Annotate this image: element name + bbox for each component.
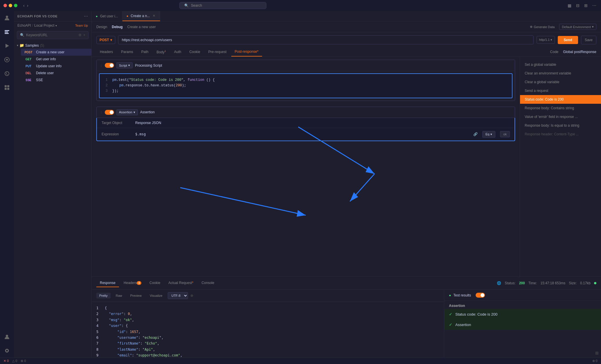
more-icon[interactable]: ⋯ (591, 3, 598, 8)
close-button[interactable] (3, 4, 7, 7)
suggestion-clear-env[interactable]: Clear an environment variable (520, 69, 601, 78)
version-chevron-icon: ▾ (551, 38, 552, 41)
activity-user[interactable] (2, 332, 12, 341)
suggestion-send-request[interactable]: Send a request (520, 86, 601, 95)
grid-icon[interactable]: ▦ (566, 3, 573, 8)
assertion-toggle[interactable] (105, 110, 114, 115)
encoding-select[interactable]: UTF-8 (168, 292, 188, 299)
back-arrow[interactable]: ‹ (23, 3, 25, 8)
activity-api[interactable] (2, 27, 12, 37)
tab-cookie[interactable]: Cookie (186, 48, 203, 56)
panel-icon[interactable]: ⊞ (583, 3, 589, 8)
suggestion-body-equal[interactable]: Response body: Is equal to a string (520, 121, 601, 130)
resp-tab-response[interactable]: Response (96, 279, 119, 287)
environment-button[interactable]: Default Environment ▾ (559, 24, 596, 30)
code-link[interactable]: Code (550, 50, 559, 54)
status-code: 200 (519, 281, 525, 285)
expression-icon[interactable]: 🔗 (473, 132, 478, 136)
tabs-bar: ● Get user i... ● Create a n... ✕ (92, 11, 601, 21)
assertion-type-btn[interactable]: Assertion ▾ (116, 109, 138, 115)
layout-icon[interactable]: ⊟ (575, 3, 581, 8)
tab-headers[interactable]: Headers (96, 48, 116, 56)
activity-mock[interactable] (2, 55, 12, 64)
tab-post-response[interactable]: Post-response* (231, 47, 262, 57)
filter-icon[interactable]: ⚙ (78, 33, 82, 37)
test-results-toggle[interactable] (476, 293, 485, 298)
code-line-2: 2 pm.response.to.have.status(200); (103, 83, 508, 88)
activity-gear[interactable] (2, 346, 12, 355)
script-type-btn[interactable]: Script ▾ (116, 62, 133, 68)
top-debug[interactable]: Debug (112, 25, 122, 29)
api-item-del[interactable]: DEL Delete user (21, 70, 91, 77)
suggestion-body-contains[interactable]: Response body: Contains string (520, 104, 601, 112)
eq-chevron-icon: ▾ (490, 132, 492, 136)
script-toggle[interactable] (105, 63, 114, 68)
sidebar-more-icon[interactable]: ⋯ (84, 14, 88, 19)
breadcrumb-echoapi[interactable]: EchoAPI (17, 23, 31, 28)
url-input[interactable] (118, 35, 534, 44)
api-item-put[interactable]: PUT Update user info (21, 63, 91, 70)
resize-handle-assertion[interactable]: ⋮ (100, 111, 102, 114)
chevron-down-icon[interactable]: ▾ (55, 24, 57, 27)
search-input[interactable] (26, 33, 77, 37)
suggestion-status-200[interactable]: Status code: Code is 200 (520, 95, 601, 104)
activity-history[interactable] (2, 69, 12, 78)
team-up-btn[interactable]: Team Up (75, 24, 88, 27)
format-raw[interactable]: Raw (113, 293, 125, 299)
tab-path[interactable]: Path (138, 48, 152, 56)
send-button[interactable]: Send (558, 36, 578, 44)
tab-close-icon[interactable]: ✕ (152, 13, 156, 18)
resp-tab-actual-request[interactable]: Actual Request* (165, 279, 197, 287)
breadcrumb-local-project[interactable]: Local Project (34, 23, 54, 28)
tab-auth[interactable]: Auth (171, 48, 185, 56)
format-visualize[interactable]: Visualize (147, 293, 165, 299)
suggestion-clear-global[interactable]: Clear a global variable (520, 78, 601, 86)
eq-selector[interactable]: Eq ▾ (482, 131, 495, 138)
suggestion-errstr-field[interactable]: Value of 'errstr' field in response ... (520, 112, 601, 121)
activity-home[interactable] (2, 13, 12, 23)
maximize-button[interactable] (14, 4, 17, 7)
generate-data-button[interactable]: ⊕ Generate Data (530, 25, 555, 29)
tab-create-user[interactable]: ● Create a n... ✕ (122, 11, 160, 21)
ok-button[interactable]: ok (500, 131, 510, 137)
tab-pre-request[interactable]: Pre-request (205, 48, 230, 56)
code-editor[interactable]: 1 pm.test("Status code: Code is 200", fu… (99, 73, 512, 98)
global-post-response-link[interactable]: Global postResponse (563, 50, 596, 54)
suggestion-header-content-type[interactable]: Response header: Content-Type ... (520, 130, 601, 139)
test-result-assertion: ✓ Assertion (444, 319, 601, 330)
line-num-3: 3 (103, 88, 108, 94)
tab-params[interactable]: Params (118, 48, 136, 56)
search-icon: 🔍 (184, 3, 189, 8)
search-bar[interactable]: 🔍 Search (179, 2, 266, 9)
add-icon[interactable]: + (83, 33, 85, 37)
activity-run[interactable] (2, 41, 12, 50)
save-button[interactable]: Save (581, 36, 596, 44)
env-chevron-icon: ▾ (592, 25, 594, 29)
activity-settings-plugin[interactable] (2, 83, 12, 92)
svg-point-11 (6, 335, 8, 337)
api-item-sse[interactable]: SSE SSE (21, 77, 91, 83)
top-design[interactable]: Design (96, 25, 107, 29)
resp-tab-console[interactable]: Console (198, 279, 218, 287)
assertion-section-title-text: Assertion (140, 110, 155, 114)
tab-get-user[interactable]: ● Get user i... (92, 11, 122, 21)
tab-body[interactable]: Body1 (153, 47, 169, 57)
api-item-post[interactable]: POST Create a new user (21, 49, 91, 56)
code-content-2: pm.response.to.have.status(200); (112, 83, 186, 88)
resp-tab-cookie[interactable]: Cookie (146, 279, 164, 287)
version-select[interactable]: http/1.1 ▾ (537, 36, 555, 44)
api-item-get[interactable]: GET Get user info (21, 56, 91, 63)
top-create-user[interactable]: Create a new user (127, 25, 156, 29)
format-preview[interactable]: Preview (127, 293, 145, 299)
resize-handle-script[interactable]: ⋮ (100, 64, 102, 67)
minimize-button[interactable] (9, 4, 12, 7)
method-selector[interactable]: POST ▾ (96, 36, 115, 44)
expression-input[interactable] (135, 132, 469, 136)
resp-tab-headers[interactable]: Headers4 (120, 279, 145, 287)
samples-header[interactable]: ▾ 📁 Samples (5) (14, 42, 91, 49)
suggestion-set-global[interactable]: Set a global variable (520, 60, 601, 69)
format-pretty[interactable]: Pretty (96, 293, 111, 299)
expand-icon[interactable]: ⊞ (595, 351, 599, 355)
forward-arrow[interactable]: › (27, 3, 28, 8)
copy-icon[interactable]: ⊕ (190, 294, 193, 298)
